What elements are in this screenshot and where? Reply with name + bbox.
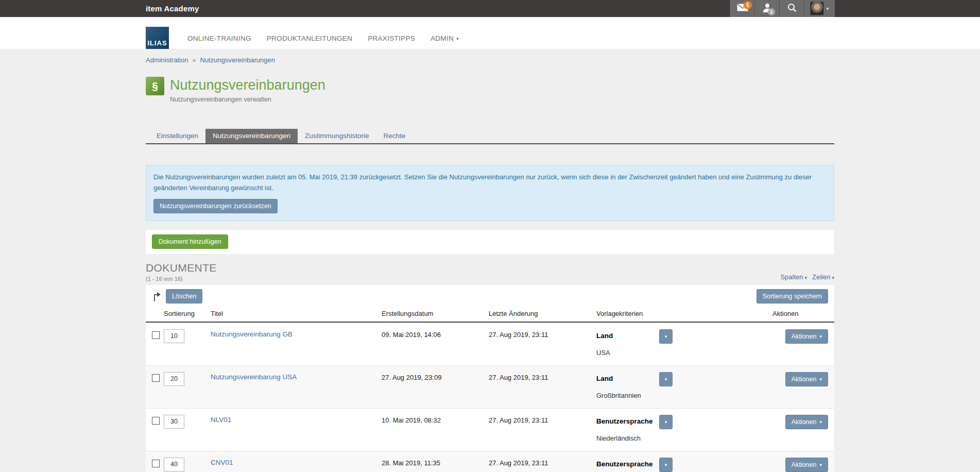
tab-nutzungsvereinbarungen[interactable]: Nutzungsvereinbarungen [205,129,298,143]
caret-down-icon: ▾ [665,462,667,467]
nav-item-praxistipps[interactable]: PRAXISTIPPS [368,35,415,42]
sort-order-input[interactable] [164,329,184,343]
user-menu-button[interactable]: ▾ [804,0,835,17]
table-row: CNV01 28. Mai 2019, 11:35 27. Aug 2019, … [146,451,834,472]
column-header-titel: Titel [211,308,382,322]
breadcrumb-administration[interactable]: Administration [146,56,188,64]
page-title-block: § Nutzungsvereinbarungen Nutzungsvereinb… [146,77,834,103]
created-date: 09. Mai 2019, 14:06 [382,329,489,365]
row-actions-button[interactable]: Aktionen▾ [785,329,828,344]
caret-down-icon: ▾ [832,275,834,280]
breadcrumb-nutzungsvereinbarungen[interactable]: Nutzungsvereinbarungen [200,56,275,64]
search-icon [787,3,797,14]
caret-down-icon: ▾ [819,419,822,425]
caret-down-icon: ▾ [819,334,822,339]
criterion-value: Niederländisch [596,434,772,442]
row-checkbox[interactable] [152,417,160,425]
caret-down-icon: ▾ [819,462,822,467]
criterion-label: Land [596,329,659,340]
modified-date: 27. Aug 2019, 23:11 [489,458,596,472]
save-sorting-button[interactable]: Sortierung speichern [757,289,828,304]
breadcrumb-separator: » [192,56,196,64]
nav-item-admin[interactable]: ADMIN▾ [431,35,459,42]
modified-date: 27. Aug 2019, 23:11 [489,329,596,365]
criterion-dropdown-button[interactable]: ▾ [659,458,673,472]
rows-dropdown[interactable]: Zeilen▾ [812,273,834,281]
delete-button[interactable]: Löschen [166,289,202,304]
tab-bar: Einstellungen Nutzungsvereinbarungen Zus… [146,129,834,144]
select-all-arrow-icon[interactable] [152,291,161,301]
who-is-online-button[interactable]: 1 [754,0,779,17]
row-checkbox[interactable] [152,331,160,339]
caret-down-icon: ▾ [456,36,459,41]
criterion-label: Land [596,372,659,382]
info-message-box: Die Nutzungsvereinbarungen wurden zuletz… [146,165,834,221]
table-row: Nutzungsvereinbarung GB 09. Mai 2019, 14… [146,323,834,365]
user-avatar [810,2,824,15]
topbar-actions: 5 1 ▾ [730,0,835,17]
row-checkbox[interactable] [152,374,160,382]
document-title-link[interactable]: NLV01 [211,416,231,424]
reset-agreements-button[interactable]: Nutzungsvereinbarungen zurücksetzen [153,199,278,213]
criterion-dropdown-button[interactable]: ▾ [659,329,673,344]
ilias-logo[interactable]: ILIAS [146,27,169,49]
sort-order-input[interactable] [164,372,184,386]
caret-down-icon: ▾ [826,6,829,11]
column-header-erstellungsdatum: Erstellungsdatum [382,308,489,322]
caret-down-icon: ▾ [665,419,667,425]
column-header-sortierung: Sortierung [164,308,211,322]
nav-item-online-training[interactable]: ONLINE-TRAINING [187,35,251,42]
table-row: NLV01 10. Mai 2019, 08:32 27. Aug 2019, … [146,408,834,451]
info-message-text: Die Nutzungsvereinbarungen wurden zuletz… [153,172,818,194]
criterion-dropdown-button[interactable]: ▾ [659,372,673,386]
document-title-link[interactable]: CNV01 [211,459,233,466]
caret-down-icon: ▾ [819,377,822,382]
document-title-link[interactable]: Nutzungsvereinbarung GB [211,330,293,338]
criterion-value: Großbritannien [596,392,772,399]
column-header-letzte-aenderung: Letzte Änderung [489,308,596,322]
mail-button[interactable]: 5 [730,0,754,17]
page-subtitle: Nutzungsvereinbarungen verwalten [170,96,325,103]
criterion-label: Benutzersprache [596,458,659,468]
tab-rechte[interactable]: Rechte [376,129,412,143]
mail-count-badge: 5 [744,1,752,9]
column-header-vorlagekriterien: Vorlagekriterien [596,308,772,322]
documents-range: (1 - 16 von 16) [146,276,217,282]
criterion-value: USA [596,349,772,357]
caret-down-icon: ▾ [805,275,807,280]
terms-of-service-icon: § [146,77,164,95]
document-title-link[interactable]: Nutzungsvereinbarung USA [211,373,297,381]
row-actions-button[interactable]: Aktionen▾ [785,458,828,472]
search-button[interactable] [779,0,804,17]
created-date: 28. Mai 2019, 11:35 [382,458,489,472]
top-bar: item Academy 5 1 ▾ [0,0,980,17]
table-command-row: Löschen Sortierung speichern [146,285,834,308]
breadcrumb: Administration » Nutzungsvereinbarungen [146,49,834,64]
main-nav: ONLINE-TRAINING PRODUKTANLEITUNGEN PRAXI… [187,35,459,49]
row-actions-button[interactable]: Aktionen▾ [785,372,828,386]
tab-einstellungen[interactable]: Einstellungen [149,129,205,143]
caret-down-icon: ▾ [665,377,667,382]
created-date: 10. Mai 2019, 08:32 [382,415,489,451]
main-header: ILIAS ONLINE-TRAINING PRODUKTANLEITUNGEN… [0,17,980,49]
documents-heading: DOKUMENTE [146,262,217,274]
sort-order-input[interactable] [164,458,184,471]
columns-dropdown[interactable]: Spalten▾ [780,273,807,281]
sort-order-input[interactable] [164,415,184,429]
table-header-row: Sortierung Titel Erstellungsdatum Letzte… [146,308,834,323]
row-checkbox[interactable] [152,460,160,467]
page-title: Nutzungsvereinbarungen [170,77,325,93]
created-date: 27. Aug 2019, 23:09 [382,372,489,408]
document-toolbar: Dokument hinzufügen [146,230,834,254]
criterion-label: Benutzersprache [596,415,659,425]
nav-item-produktanleitungen[interactable]: PRODUKTANLEITUNGEN [267,35,352,42]
row-actions-button[interactable]: Aktionen▾ [785,415,828,429]
column-header-aktionen: Aktionen [772,308,828,322]
table-row: Nutzungsvereinbarung USA 27. Aug 2019, 2… [146,365,834,408]
criterion-dropdown-button[interactable]: ▾ [659,415,673,429]
add-document-button[interactable]: Dokument hinzufügen [152,234,228,249]
modified-date: 27. Aug 2019, 23:11 [489,372,596,408]
online-count-badge: 1 [768,8,775,15]
documents-heading-row: DOKUMENTE (1 - 16 von 16) Spalten▾ Zeile… [146,262,834,282]
tab-zustimmungshistorie[interactable]: Zustimmungshistorie [298,129,376,143]
